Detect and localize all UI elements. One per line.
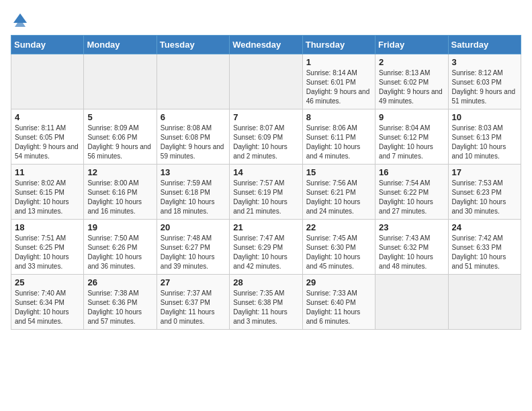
day-number: 22 xyxy=(306,222,371,232)
day-info: Sunrise: 7:35 AM Sunset: 6:38 PM Dayligh… xyxy=(233,289,298,326)
day-info: Sunrise: 7:48 AM Sunset: 6:27 PM Dayligh… xyxy=(161,234,226,271)
day-number: 24 xyxy=(452,222,517,232)
day-info: Sunrise: 7:50 AM Sunset: 6:26 PM Dayligh… xyxy=(87,234,152,271)
day-cell xyxy=(375,275,448,330)
day-info: Sunrise: 7:57 AM Sunset: 6:19 PM Dayligh… xyxy=(233,179,298,216)
day-cell: 25Sunrise: 7:40 AM Sunset: 6:34 PM Dayli… xyxy=(11,275,84,330)
day-cell: 17Sunrise: 7:53 AM Sunset: 6:23 PM Dayli… xyxy=(448,165,521,220)
day-number: 12 xyxy=(87,167,152,177)
day-cell xyxy=(84,54,157,109)
day-info: Sunrise: 7:40 AM Sunset: 6:34 PM Dayligh… xyxy=(15,289,80,326)
day-cell: 13Sunrise: 7:59 AM Sunset: 6:18 PM Dayli… xyxy=(157,165,229,220)
header-row: SundayMondayTuesdayWednesdayThursdayFrid… xyxy=(11,36,521,54)
week-row-2: 4Sunrise: 8:11 AM Sunset: 6:05 PM Daylig… xyxy=(11,109,521,165)
week-row-3: 11Sunrise: 8:02 AM Sunset: 6:15 PM Dayli… xyxy=(11,165,521,220)
day-info: Sunrise: 8:14 AM Sunset: 6:01 PM Dayligh… xyxy=(306,68,371,106)
day-number: 8 xyxy=(306,112,371,122)
day-cell: 15Sunrise: 7:56 AM Sunset: 6:21 PM Dayli… xyxy=(302,165,375,220)
day-info: Sunrise: 7:54 AM Sunset: 6:22 PM Dayligh… xyxy=(379,179,444,216)
day-cell xyxy=(230,54,302,109)
day-cell: 19Sunrise: 7:50 AM Sunset: 6:26 PM Dayli… xyxy=(84,220,157,275)
day-cell: 23Sunrise: 7:43 AM Sunset: 6:32 PM Dayli… xyxy=(375,220,448,275)
day-cell: 20Sunrise: 7:48 AM Sunset: 6:27 PM Dayli… xyxy=(157,220,229,275)
day-number: 27 xyxy=(161,277,226,287)
day-number: 16 xyxy=(379,167,444,177)
day-number: 17 xyxy=(452,167,517,177)
day-cell: 24Sunrise: 7:42 AM Sunset: 6:33 PM Dayli… xyxy=(448,220,521,275)
header-cell-sunday: Sunday xyxy=(11,36,84,54)
day-info: Sunrise: 7:45 AM Sunset: 6:30 PM Dayligh… xyxy=(306,234,371,271)
svg-marker-1 xyxy=(15,23,26,27)
day-number: 14 xyxy=(233,167,298,177)
day-info: Sunrise: 8:02 AM Sunset: 6:15 PM Dayligh… xyxy=(15,179,80,216)
day-info: Sunrise: 8:04 AM Sunset: 6:12 PM Dayligh… xyxy=(379,124,444,161)
day-cell: 9Sunrise: 8:04 AM Sunset: 6:12 PM Daylig… xyxy=(375,109,448,165)
day-cell xyxy=(11,54,84,109)
week-row-4: 18Sunrise: 7:51 AM Sunset: 6:25 PM Dayli… xyxy=(11,220,521,275)
day-cell: 28Sunrise: 7:35 AM Sunset: 6:38 PM Dayli… xyxy=(230,275,302,330)
day-cell: 18Sunrise: 7:51 AM Sunset: 6:25 PM Dayli… xyxy=(11,220,84,275)
day-number: 6 xyxy=(161,112,226,122)
calendar-header: SundayMondayTuesdayWednesdayThursdayFrid… xyxy=(11,36,521,54)
day-info: Sunrise: 8:07 AM Sunset: 6:09 PM Dayligh… xyxy=(233,124,298,161)
day-number: 9 xyxy=(379,112,444,122)
day-cell: 22Sunrise: 7:45 AM Sunset: 6:30 PM Dayli… xyxy=(302,220,375,275)
header-cell-monday: Monday xyxy=(84,36,157,54)
day-cell xyxy=(157,54,229,109)
day-number: 29 xyxy=(306,277,371,287)
day-info: Sunrise: 8:13 AM Sunset: 6:02 PM Dayligh… xyxy=(379,68,444,106)
day-cell: 1Sunrise: 8:14 AM Sunset: 6:01 PM Daylig… xyxy=(302,54,375,109)
header-cell-saturday: Saturday xyxy=(448,36,521,54)
day-cell: 6Sunrise: 8:08 AM Sunset: 6:08 PM Daylig… xyxy=(157,109,229,165)
day-info: Sunrise: 7:42 AM Sunset: 6:33 PM Dayligh… xyxy=(452,234,517,271)
day-cell: 12Sunrise: 8:00 AM Sunset: 6:16 PM Dayli… xyxy=(84,165,157,220)
day-cell: 29Sunrise: 7:33 AM Sunset: 6:40 PM Dayli… xyxy=(302,275,375,330)
logo xyxy=(11,11,28,27)
calendar-table: SundayMondayTuesdayWednesdayThursdayFrid… xyxy=(11,35,521,330)
day-info: Sunrise: 7:47 AM Sunset: 6:29 PM Dayligh… xyxy=(233,234,298,271)
day-info: Sunrise: 8:06 AM Sunset: 6:11 PM Dayligh… xyxy=(306,124,371,161)
day-number: 19 xyxy=(87,222,152,232)
calendar-body: 1Sunrise: 8:14 AM Sunset: 6:01 PM Daylig… xyxy=(11,54,521,330)
day-info: Sunrise: 8:08 AM Sunset: 6:08 PM Dayligh… xyxy=(161,124,226,161)
day-number: 21 xyxy=(233,222,298,232)
day-number: 20 xyxy=(161,222,226,232)
day-number: 10 xyxy=(452,112,517,122)
day-number: 28 xyxy=(233,277,298,287)
day-cell: 3Sunrise: 8:12 AM Sunset: 6:03 PM Daylig… xyxy=(448,54,521,109)
day-cell: 7Sunrise: 8:07 AM Sunset: 6:09 PM Daylig… xyxy=(230,109,302,165)
day-cell xyxy=(448,275,521,330)
day-info: Sunrise: 7:43 AM Sunset: 6:32 PM Dayligh… xyxy=(379,234,444,271)
header-cell-friday: Friday xyxy=(375,36,448,54)
day-number: 11 xyxy=(15,167,80,177)
day-info: Sunrise: 8:12 AM Sunset: 6:03 PM Dayligh… xyxy=(452,68,517,106)
day-info: Sunrise: 7:56 AM Sunset: 6:21 PM Dayligh… xyxy=(306,179,371,216)
day-number: 25 xyxy=(15,277,80,287)
day-cell: 16Sunrise: 7:54 AM Sunset: 6:22 PM Dayli… xyxy=(375,165,448,220)
day-info: Sunrise: 7:53 AM Sunset: 6:23 PM Dayligh… xyxy=(452,179,517,216)
day-number: 4 xyxy=(15,112,80,122)
day-cell: 21Sunrise: 7:47 AM Sunset: 6:29 PM Dayli… xyxy=(230,220,302,275)
day-info: Sunrise: 7:37 AM Sunset: 6:37 PM Dayligh… xyxy=(161,289,226,326)
day-cell: 4Sunrise: 8:11 AM Sunset: 6:05 PM Daylig… xyxy=(11,109,84,165)
day-number: 15 xyxy=(306,167,371,177)
day-number: 7 xyxy=(233,112,298,122)
day-number: 18 xyxy=(15,222,80,232)
day-number: 13 xyxy=(161,167,226,177)
day-cell: 11Sunrise: 8:02 AM Sunset: 6:15 PM Dayli… xyxy=(11,165,84,220)
day-cell: 26Sunrise: 7:38 AM Sunset: 6:36 PM Dayli… xyxy=(84,275,157,330)
week-row-1: 1Sunrise: 8:14 AM Sunset: 6:01 PM Daylig… xyxy=(11,54,521,109)
day-info: Sunrise: 7:38 AM Sunset: 6:36 PM Dayligh… xyxy=(87,289,152,326)
header-cell-thursday: Thursday xyxy=(302,36,375,54)
header-cell-tuesday: Tuesday xyxy=(157,36,229,54)
day-info: Sunrise: 8:09 AM Sunset: 6:06 PM Dayligh… xyxy=(87,124,152,161)
header-cell-wednesday: Wednesday xyxy=(230,36,302,54)
logo-icon xyxy=(12,11,28,27)
day-info: Sunrise: 8:11 AM Sunset: 6:05 PM Dayligh… xyxy=(15,124,80,161)
day-cell: 5Sunrise: 8:09 AM Sunset: 6:06 PM Daylig… xyxy=(84,109,157,165)
day-number: 1 xyxy=(306,57,371,67)
day-info: Sunrise: 7:59 AM Sunset: 6:18 PM Dayligh… xyxy=(161,179,226,216)
day-cell: 10Sunrise: 8:03 AM Sunset: 6:13 PM Dayli… xyxy=(448,109,521,165)
day-info: Sunrise: 8:03 AM Sunset: 6:13 PM Dayligh… xyxy=(452,124,517,161)
day-info: Sunrise: 8:00 AM Sunset: 6:16 PM Dayligh… xyxy=(87,179,152,216)
